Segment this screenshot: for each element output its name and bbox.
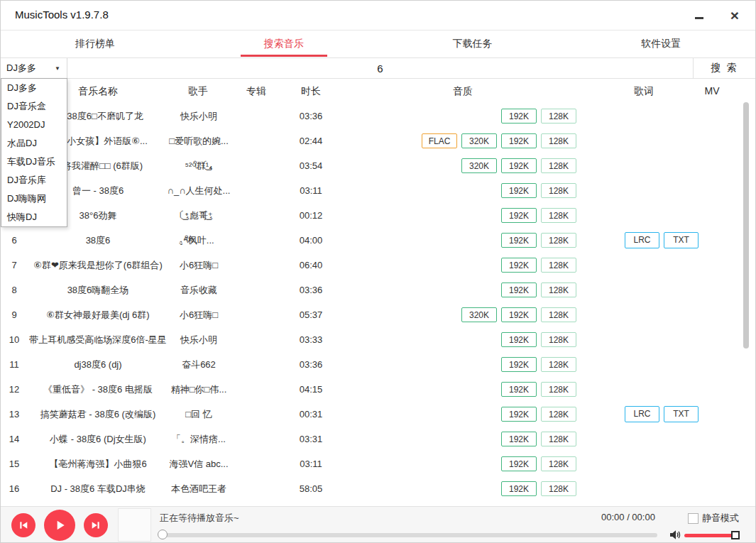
quality-buttons: 192K128K [501,451,576,476]
table-row[interactable]: 2下的小女孩】外语版⑥...□爱听歌的婉...02:44FLAC320K192K… [1,128,755,153]
quality-button-128k[interactable]: 128K [541,382,576,397]
dropdown-item[interactable]: DJ音乐库 [1,171,67,190]
quality-button-320k[interactable]: 320K [461,133,497,148]
play-button[interactable] [44,510,75,541]
quality-button-128k[interactable]: 128K [541,158,576,173]
quality-button-128k[interactable]: 128K [541,258,576,273]
quality-buttons: 192K128K [501,327,576,352]
dropdown-item[interactable]: DJ音乐盒 [1,97,67,116]
quality-button-192k[interactable]: 192K [501,456,537,471]
volume-slider[interactable] [684,534,734,537]
quality-button-192k[interactable]: 192K [501,283,537,297]
quality-button-128k[interactable]: 128K [541,283,576,297]
quality-button-320k[interactable]: 320K [461,307,497,322]
dropdown-item[interactable]: DJ嗨嗨网 [1,190,67,208]
dropdown-item[interactable]: DJ多多 [1,79,67,97]
quality-button-192k[interactable]: 192K [501,183,537,198]
song-album [235,178,278,203]
quality-buttons: 192K128K [501,178,576,203]
lyric-buttons: LRCTXT [625,402,699,427]
table-row[interactable]: 16DJ - 38度6 车载DJ串烧本色酒吧王者58:05192K128K [1,476,755,501]
quality-button-128k[interactable]: 128K [541,307,576,322]
table-row[interactable]: 14小蝶 - 38度6 (Dj女生版)「。深情痞...03:31192K128K [1,427,755,451]
table-row[interactable]: 12《重低音》 - 38度6 电摇版精神□你□伟...04:15192K128K [1,377,755,402]
quality-button-128k[interactable]: 128K [541,481,576,496]
table-row[interactable]: 638度6ཇ᭄ཱུ枫ྂ叶...04:00192K128KLRCTXT [1,228,755,253]
search-input[interactable] [67,58,693,78]
lyric-button-lrc[interactable]: LRC [625,406,659,422]
quality-button-128k[interactable]: 128K [541,357,576,372]
song-album [235,327,278,352]
next-track-button[interactable] [84,513,108,537]
volume-icon [669,530,681,540]
table-row[interactable]: 3己将我灌醉□□ (6群版)⁵²⁰᭄群¹₄ꦿ03:54320K192K128K [1,153,755,178]
song-album [235,302,278,327]
quality-button-192k[interactable]: 192K [501,357,537,372]
table-row[interactable]: 4曾一 - 38度6∩_∩人生何处...03:11192K128K [1,178,755,203]
quality-button-192k[interactable]: 192K [501,432,537,446]
lyric-button-lrc[interactable]: LRC [625,232,659,248]
quality-button-128k[interactable]: 128K [541,407,576,422]
search-row: DJ多多 ▼ 搜 索 [1,58,755,79]
quality-button-192k[interactable]: 192K [501,133,537,148]
dropdown-item[interactable]: 快嗨DJ [1,208,67,226]
quality-button-128k[interactable]: 128K [541,456,576,471]
tab-rankings[interactable]: 排行榜单 [1,31,190,57]
table-row[interactable]: 7⑥群❤原来我是想你了(6群组合)小6狂嗨□06:40192K128K [1,253,755,278]
previous-track-button[interactable] [11,513,35,537]
title-bar: MusicTools v1.9.7.8 × [1,1,755,31]
table-row[interactable]: 538°6劲舞⁺ꦿ彪哥⁺ꦿ00:12192K128K [1,203,755,228]
search-button[interactable]: 搜 索 [693,58,755,78]
source-select[interactable]: DJ多多 ▼ [1,58,67,78]
song-album [235,278,278,302]
song-duration: 03:33 [283,327,339,352]
quality-button-192k[interactable]: 192K [501,481,537,496]
quality-button-128k[interactable]: 128K [541,233,576,248]
quality-button-192k[interactable]: 192K [501,208,537,223]
quality-buttons: 192K128K [501,253,576,278]
table-row[interactable]: 15倍38度6□不磨叽了龙快乐小明03:36192K128K [1,104,755,128]
tab-search-music[interactable]: 搜索音乐 [190,31,378,57]
quality-button-128k[interactable]: 128K [541,332,576,347]
quality-button-128k[interactable]: 128K [541,183,576,198]
progress-handle[interactable] [158,530,168,539]
close-button[interactable]: × [717,1,752,30]
table-row[interactable]: 15【亳州蒋海强】小曲狠6海强V信 abc...03:11192K128K [1,451,755,476]
lyric-buttons: LRCTXT [625,228,699,253]
dropdown-item[interactable]: 水晶DJ [1,134,67,153]
dropdown-item[interactable]: Y2002DJ [1,116,67,134]
progress-slider[interactable] [165,533,657,537]
lyric-button-txt[interactable]: TXT [664,406,699,422]
quality-button-192k[interactable]: 192K [501,158,537,173]
quality-button-192k[interactable]: 192K [501,332,537,347]
tab-settings[interactable]: 软件设置 [566,31,755,57]
quality-button-128k[interactable]: 128K [541,432,576,446]
quality-button-flac[interactable]: FLAC [422,133,457,148]
quality-button-192k[interactable]: 192K [501,109,537,124]
song-album [235,352,278,377]
table-row[interactable]: 13搞笑蘑菇君 - 38度6 (改编版)□回 忆00:31192K128KLRC… [1,402,755,427]
quality-button-128k[interactable]: 128K [541,109,576,124]
song-album [235,427,278,451]
quality-button-192k[interactable]: 192K [501,258,537,273]
quality-button-192k[interactable]: 192K [501,233,537,248]
minimize-button[interactable] [681,1,717,30]
song-album [235,402,278,427]
lyric-button-txt[interactable]: TXT [664,232,699,248]
table-row[interactable]: 838度6嗨翻全场音乐收藏03:36192K128K [1,278,755,302]
quality-button-192k[interactable]: 192K [501,307,537,322]
tab-download-tasks[interactable]: 下载任务 [378,31,567,57]
mute-checkbox[interactable] [688,513,699,524]
quality-button-128k[interactable]: 128K [541,133,576,148]
quality-button-128k[interactable]: 128K [541,208,576,223]
vertical-scrollbar[interactable] [743,102,749,349]
quality-button-320k[interactable]: 320K [461,158,497,173]
table-row[interactable]: 11dj38度6 (dj)奋斗66203:36192K128K [1,352,755,377]
table-row[interactable]: 9⑥群女神最好最美(dj 6群)小6狂嗨□05:37320K192K128K [1,302,755,327]
dropdown-item[interactable]: 车载DJ音乐 [1,153,67,171]
previous-icon [18,520,29,531]
quality-button-192k[interactable]: 192K [501,382,537,397]
table-row[interactable]: 10带上耳机感受高临场深度6倍-星星快乐小明03:33192K128K [1,327,755,352]
quality-button-192k[interactable]: 192K [501,407,537,422]
volume-handle[interactable] [731,531,740,539]
